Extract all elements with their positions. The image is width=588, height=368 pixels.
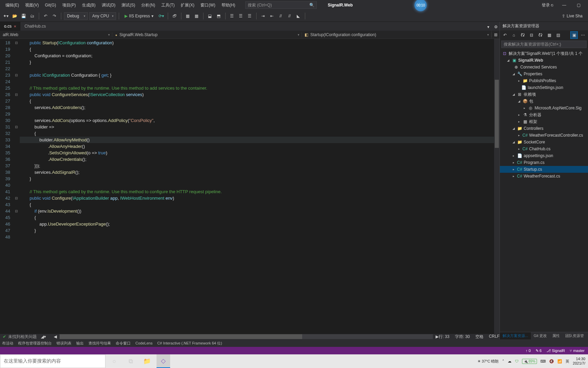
preview-icon[interactable]: ▣: [570, 31, 578, 39]
code-editor[interactable]: public Startup(IConfiguration configurat…: [20, 39, 494, 334]
hscroll-right-icon[interactable]: ▶: [436, 334, 439, 339]
t1-icon[interactable]: ▦: [184, 12, 192, 20]
ptab-symbols[interactable]: 查找符号结果: [88, 341, 111, 346]
comment-icon[interactable]: //: [277, 12, 284, 20]
hscroll-left-icon[interactable]: ◀: [54, 334, 57, 339]
status-branch[interactable]: ⑂ master: [570, 349, 585, 353]
tree-deps[interactable]: ◢⊞依赖项: [500, 91, 588, 98]
outdent-icon[interactable]: ⇤: [268, 12, 276, 20]
minimize-button[interactable]: —: [557, 1, 571, 9]
solution-search[interactable]: 搜索解决方案资源管理器(Ctrl+;): [501, 41, 587, 48]
liveshare-button[interactable]: ⇪Live Sha: [558, 12, 586, 20]
menu-project[interactable]: 项目(P): [60, 1, 79, 10]
more-icon[interactable]: ⋯: [579, 31, 587, 39]
search-input[interactable]: 搜索 (Ctrl+Q) 🔍: [245, 1, 317, 9]
soltab-explorer[interactable]: 解决方案资源...: [500, 332, 531, 339]
indent-icon[interactable]: ⇥: [259, 12, 267, 20]
status-upload[interactable]: ↑ 0: [526, 349, 531, 353]
t2-icon[interactable]: ▦: [193, 12, 200, 20]
taskview-icon[interactable]: ⧉: [124, 354, 137, 368]
vs-taskbar-icon[interactable]: ◇: [157, 354, 170, 368]
tree-appsettings[interactable]: ▸📄appsettings.json: [500, 152, 588, 159]
ptab-activity[interactable]: 布活动: [2, 341, 13, 346]
weather-widget[interactable]: ☀ 37°C 晴朗: [477, 359, 499, 364]
menu-build[interactable]: 生成(B): [79, 1, 98, 10]
clock[interactable]: 14:302021/7/: [573, 357, 585, 366]
menu-tools[interactable]: 工具(T): [159, 1, 177, 10]
t6-icon[interactable]: ☰: [237, 12, 245, 20]
showall-icon[interactable]: ▦: [545, 31, 553, 39]
tree-framework[interactable]: ▸▦框架: [500, 118, 588, 125]
login-button[interactable]: 登录 ⎋: [538, 1, 557, 10]
ptab-cmd[interactable]: 命令窗口: [116, 341, 131, 346]
tab-overflow-icon[interactable]: ▾: [485, 23, 492, 31]
menu-analyze[interactable]: 分析(N): [138, 1, 158, 10]
vertical-scrollbar[interactable]: [494, 39, 500, 334]
open-icon[interactable]: 📂: [11, 12, 18, 20]
t7-icon[interactable]: ☰: [246, 12, 254, 20]
tree-socketcore[interactable]: ◢📁SocketCore: [500, 139, 588, 145]
refresh-icon[interactable]: 🗘: [537, 31, 544, 39]
tree-analyzer[interactable]: ▸⚗分析器: [500, 111, 588, 118]
onedrive-icon[interactable]: ☁: [508, 359, 511, 364]
close-icon[interactable]: ✕: [14, 25, 16, 28]
status-space[interactable]: 空格: [475, 334, 484, 340]
tree-program[interactable]: ▸C#Program.cs: [500, 159, 588, 166]
nav-member[interactable]: ◧Startup(IConfiguration configuration): [302, 32, 491, 37]
defender-icon[interactable]: 🛡: [515, 359, 519, 363]
platform-combo[interactable]: Any CPU: [89, 12, 116, 20]
home-icon[interactable]: ⌂: [510, 31, 518, 39]
menu-git[interactable]: Git(G): [42, 1, 59, 9]
browse-icon[interactable]: 🗗: [171, 12, 178, 20]
menu-edit[interactable]: 编辑(E): [3, 1, 22, 10]
status-lineend[interactable]: CRLF: [489, 334, 500, 340]
horizontal-scrollbar[interactable]: [60, 334, 433, 339]
battery-icon[interactable]: 🔌 89%: [522, 359, 537, 364]
t3-icon[interactable]: ⬓: [206, 12, 214, 20]
tree-project[interactable]: ◢▣SignalR.Web: [500, 57, 588, 64]
ptab-codelens[interactable]: CodeLens: [135, 341, 152, 345]
fold-column[interactable]: ⊟ ⊟ ⊟ ⊟ ⊟ ⊟: [13, 39, 20, 334]
volume-icon[interactable]: 🔇: [549, 359, 554, 364]
tree-startup[interactable]: ▸C#Startup.cs: [500, 166, 588, 173]
soltab-props[interactable]: 属性: [550, 332, 562, 339]
cortana-icon[interactable]: ○: [108, 354, 121, 368]
ptab-errors[interactable]: 错误列表: [56, 341, 71, 346]
soltab-team[interactable]: 团队资源管: [562, 332, 587, 339]
issues-indicator[interactable]: ✔未找到相关问题: [0, 334, 39, 340]
t5-icon[interactable]: ☰: [228, 12, 236, 20]
tree-properties[interactable]: ◢🔧Properties: [500, 71, 588, 77]
ptab-pmc[interactable]: 程序包管理器控制台: [18, 341, 52, 346]
undo-icon[interactable]: ↶: [42, 12, 49, 20]
tab-active[interactable]: o.cs✕: [0, 22, 20, 31]
props-icon[interactable]: ▤: [554, 31, 562, 39]
tree-publishprofiles[interactable]: ▸📁PublishProfiles: [500, 77, 588, 84]
tree-nuget[interactable]: ▸◎Microsoft.AspNetCore.Sig: [500, 105, 588, 111]
explorer-icon[interactable]: 📁: [140, 354, 154, 368]
network-icon[interactable]: ⌨: [540, 359, 546, 364]
menu-extensions[interactable]: 扩展(X): [178, 1, 197, 10]
taskbar-search[interactable]: 在这里输入你要搜索的内容: [0, 354, 105, 368]
bookmark-icon[interactable]: ◣: [295, 12, 302, 20]
t4-icon[interactable]: ⬒: [215, 12, 223, 20]
new-icon[interactable]: ✦▾: [2, 12, 10, 20]
gear-icon[interactable]: ⚙: [492, 23, 500, 31]
tree-launchsettings[interactable]: 📄launchSettings.json: [500, 84, 588, 91]
status-repo[interactable]: ⎇ SignalR: [546, 349, 565, 353]
code-area[interactable]: 1819202122232425262728293031323334353637…: [0, 39, 500, 334]
config-combo[interactable]: Debug: [64, 12, 88, 20]
back-icon[interactable]: ↶: [501, 31, 509, 39]
tree-solution[interactable]: ⊡解决方案"SignalR.Web"(1 个项目/共 1 个: [500, 50, 588, 57]
nav-project[interactable]: alR.Web: [0, 32, 112, 37]
save-icon[interactable]: 💾: [20, 12, 27, 20]
tree-icon[interactable]: ⊟: [528, 31, 535, 39]
saveall-icon[interactable]: 🗂: [29, 12, 36, 20]
refresh-icon[interactable]: ⟳▾: [158, 12, 165, 20]
chevron-up-icon[interactable]: ˄: [502, 359, 504, 364]
ptab-output[interactable]: 输出: [76, 341, 84, 346]
flag-icon[interactable]: ◢▾: [39, 333, 47, 340]
menu-debug[interactable]: 调试(D): [99, 1, 118, 10]
nav-class[interactable]: ⬥SignalR.Web.Startup: [112, 32, 302, 37]
split-icon[interactable]: ⊞: [491, 31, 500, 39]
menu-view[interactable]: 视图(V): [22, 1, 42, 10]
